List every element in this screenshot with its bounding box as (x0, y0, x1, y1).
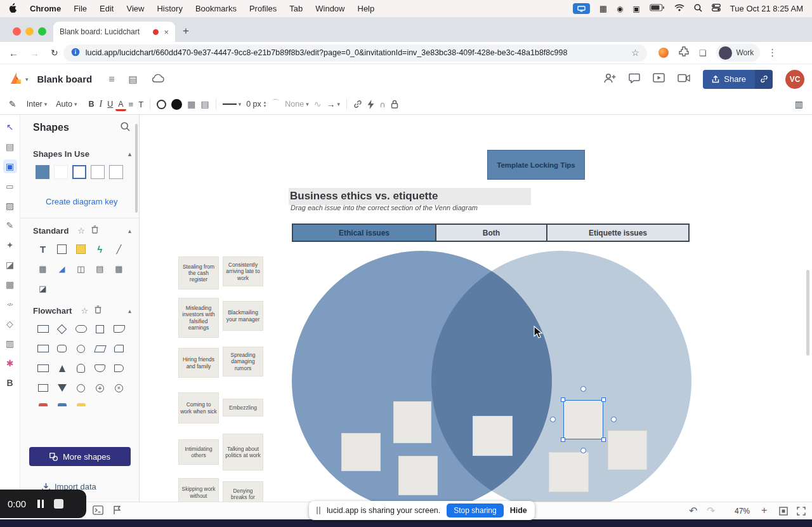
add-collaborator-icon[interactable] (603, 73, 616, 86)
redo-icon[interactable]: ↷ (707, 505, 715, 517)
hide-banner-button[interactable]: Hide (510, 506, 527, 515)
hyperlink-icon[interactable] (351, 97, 365, 112)
blank-card[interactable] (393, 401, 431, 443)
resize-handle-nw[interactable] (561, 397, 565, 402)
venn-header-etiquette[interactable]: Etiquette issues (547, 223, 690, 242)
select-tool-icon[interactable]: ↖ (3, 120, 17, 134)
browser-tab[interactable]: Blank board: Lucidchart × (53, 22, 175, 42)
line-style-select[interactable]: ▾ (220, 97, 244, 112)
issue-card[interactable]: Blackmailing your manager (223, 301, 263, 331)
sidebar-scrollbar[interactable] (135, 124, 138, 213)
battery-icon[interactable] (650, 4, 665, 13)
shape-process2-icon[interactable] (34, 341, 51, 356)
shape-square2-icon[interactable] (91, 321, 108, 337)
screen-sharing-indicator-icon[interactable] (573, 3, 590, 14)
shape-library-tool-icon[interactable]: ▣ (3, 159, 17, 173)
collapse-chevron-icon[interactable]: ▴ (128, 227, 131, 234)
blank-card[interactable] (473, 416, 513, 456)
issue-card[interactable]: Embezzling (223, 399, 263, 417)
present-icon[interactable] (653, 73, 665, 85)
bold-button[interactable]: B (86, 97, 97, 112)
blank-card[interactable] (341, 433, 381, 471)
favorite-star-icon[interactable]: ☆ (81, 306, 88, 316)
comments-icon[interactable] (629, 73, 640, 86)
text-color-button[interactable]: A (115, 99, 126, 111)
shape-in-use-outline-square[interactable] (91, 165, 105, 179)
url-field[interactable]: lucid.app/lucidchart/660dd470-9e37-4447-… (63, 44, 647, 62)
browser-reload-button[interactable]: ↻ (51, 48, 58, 58)
browser-back-button[interactable]: ← (9, 48, 18, 58)
fullscreen-icon[interactable] (797, 507, 806, 518)
blank-card[interactable] (398, 456, 438, 495)
shape-chart-table-icon[interactable]: ◪ (34, 281, 51, 296)
shape-rounded-icon[interactable] (53, 341, 70, 356)
extension-icon[interactable] (658, 48, 669, 58)
undo-icon[interactable]: ↶ (689, 505, 697, 517)
menu-edit[interactable]: Edit (100, 4, 114, 13)
shape-clipped-icon[interactable] (34, 400, 51, 406)
new-tab-button[interactable]: + (183, 25, 189, 37)
connect-handle-top[interactable] (580, 386, 586, 392)
more-shapes-button[interactable]: More shapes (29, 447, 131, 466)
issue-card[interactable]: Consistently arriving late to work (223, 257, 263, 286)
venn-header-both[interactable]: Both (435, 223, 547, 242)
pause-button[interactable] (37, 500, 44, 508)
arrow-end-select[interactable]: →▾ (324, 97, 343, 112)
shape-process-icon[interactable] (34, 321, 51, 337)
shape-parallelogram-icon[interactable] (91, 341, 108, 356)
window-minimize-button[interactable] (25, 27, 34, 36)
shape-circle-icon[interactable] (72, 341, 89, 356)
lock-icon[interactable] (388, 97, 401, 112)
shape-process3-icon[interactable] (34, 361, 51, 376)
issue-card[interactable]: Misleading investors with falsified earn… (178, 298, 219, 338)
connect-handle-left[interactable] (550, 417, 556, 422)
blank-card[interactable] (608, 430, 647, 470)
shape-document-icon[interactable] (110, 321, 128, 337)
shape-bracket-icon[interactable]: ▤ (91, 261, 108, 276)
layers-tool-icon[interactable]: ▥ (3, 337, 17, 350)
logo-chevron-icon[interactable]: ▾ (25, 76, 29, 83)
shape-circle2-icon[interactable] (72, 380, 89, 396)
chart-tool-icon[interactable]: ◪ (3, 258, 17, 272)
issue-card[interactable]: Spreading damaging rumors (223, 347, 263, 377)
shape-dynamic-icon[interactable]: ϟ (91, 241, 108, 257)
resize-handle-sw[interactable] (561, 437, 565, 442)
magnetize-icon[interactable]: ∩ (377, 97, 388, 112)
browser-menu-icon[interactable]: ⋮ (768, 47, 777, 58)
window-close-button[interactable] (13, 27, 21, 36)
shape-trapezoid-icon[interactable] (53, 361, 70, 376)
shape-in-use-light-square[interactable] (54, 165, 68, 179)
share-button[interactable]: Share (703, 70, 755, 89)
selected-card[interactable] (563, 400, 603, 439)
zoom-in-icon[interactable]: + (761, 505, 767, 516)
menu-help[interactable]: Help (358, 4, 375, 13)
theme-grid-icon[interactable]: ▦ (185, 97, 198, 112)
menubar-app-name[interactable]: Chrome (30, 4, 61, 13)
brand-tool-icon[interactable]: B (3, 376, 17, 390)
shape-decision-icon[interactable] (53, 321, 70, 337)
shape-callout-icon[interactable]: ◫ (72, 261, 89, 276)
issue-card[interactable]: Coming to work when sick (178, 392, 219, 424)
menu-view[interactable]: View (126, 4, 144, 13)
sidebar-toggle-icon[interactable]: ❏ (699, 48, 707, 58)
page-flag-icon[interactable] (113, 505, 121, 517)
canvas-scrollbar[interactable] (806, 270, 809, 356)
line-path-icon[interactable]: ∿ (311, 97, 324, 112)
menu-history[interactable]: History (157, 4, 182, 13)
text-tool-icon[interactable]: T (136, 97, 146, 112)
shape-process4-icon[interactable] (34, 380, 51, 396)
shape-triangle-icon[interactable] (53, 380, 70, 396)
shape-clipped-icon[interactable] (72, 400, 89, 406)
right-panel-toggle-icon[interactable]: ▥ (792, 97, 806, 112)
shape-text-icon[interactable]: T (34, 241, 51, 257)
notes-panel-icon[interactable]: ▤ (198, 97, 211, 112)
menu-file[interactable]: File (74, 4, 87, 13)
template-locking-tips-button[interactable]: Template Locking Tips (487, 150, 585, 180)
copy-link-button[interactable] (755, 70, 773, 89)
table-tool-icon[interactable]: ▦ (3, 277, 17, 291)
connect-handle-bottom[interactable] (580, 448, 586, 453)
stepper-down-icon[interactable]: ▾ (264, 104, 266, 108)
stop-recording-button[interactable] (54, 499, 63, 509)
console-icon[interactable] (93, 505, 103, 517)
menu-bookmarks[interactable]: Bookmarks (195, 4, 237, 13)
